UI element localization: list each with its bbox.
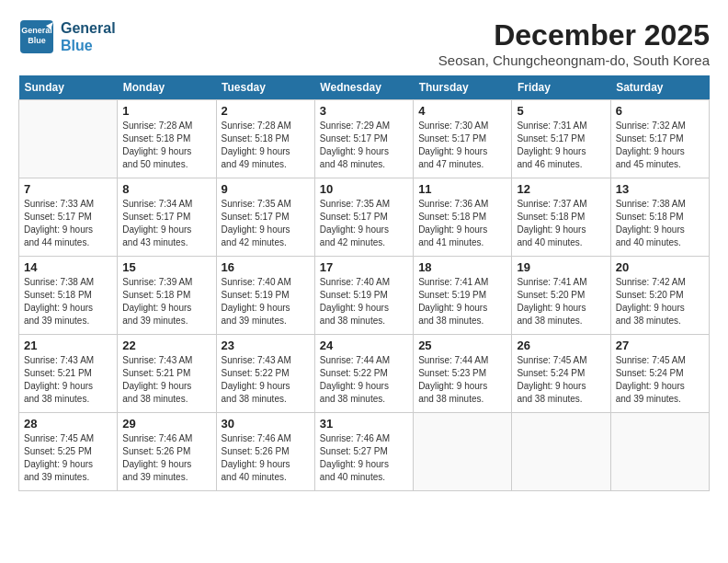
calendar-cell-w4-d5: 26Sunrise: 7:45 AM Sunset: 5:24 PM Dayli… bbox=[512, 335, 610, 413]
calendar-cell-w3-d5: 19Sunrise: 7:41 AM Sunset: 5:20 PM Dayli… bbox=[512, 257, 610, 335]
calendar-cell-w1-d3: 3Sunrise: 7:29 AM Sunset: 5:17 PM Daylig… bbox=[314, 100, 413, 178]
calendar-week-1: 1Sunrise: 7:28 AM Sunset: 5:18 PM Daylig… bbox=[19, 100, 710, 178]
day-info: Sunrise: 7:40 AM Sunset: 5:19 PM Dayligh… bbox=[320, 276, 408, 327]
calendar-cell-w4-d1: 22Sunrise: 7:43 AM Sunset: 5:21 PM Dayli… bbox=[118, 335, 216, 413]
calendar-cell-w2-d4: 11Sunrise: 7:36 AM Sunset: 5:18 PM Dayli… bbox=[414, 178, 512, 257]
calendar-cell-w3-d1: 15Sunrise: 7:39 AM Sunset: 5:18 PM Dayli… bbox=[118, 257, 216, 335]
header-monday: Monday bbox=[118, 75, 216, 100]
header-thursday: Thursday bbox=[414, 75, 512, 100]
day-info: Sunrise: 7:45 AM Sunset: 5:24 PM Dayligh… bbox=[517, 354, 605, 406]
calendar-cell-w2-d0: 7Sunrise: 7:33 AM Sunset: 5:17 PM Daylig… bbox=[19, 178, 118, 257]
day-info: Sunrise: 7:39 AM Sunset: 5:18 PM Dayligh… bbox=[122, 276, 210, 327]
day-info: Sunrise: 7:34 AM Sunset: 5:17 PM Dayligh… bbox=[122, 198, 210, 249]
day-number: 22 bbox=[122, 339, 210, 352]
day-info: Sunrise: 7:30 AM Sunset: 5:17 PM Dayligh… bbox=[418, 120, 506, 171]
day-info: Sunrise: 7:38 AM Sunset: 5:18 PM Dayligh… bbox=[24, 276, 112, 327]
day-number: 4 bbox=[418, 104, 506, 118]
calendar-cell-w2-d5: 12Sunrise: 7:37 AM Sunset: 5:18 PM Dayli… bbox=[512, 178, 610, 257]
calendar-cell-w5-d0: 28Sunrise: 7:45 AM Sunset: 5:25 PM Dayli… bbox=[19, 413, 118, 491]
day-number: 27 bbox=[616, 339, 704, 352]
day-info: Sunrise: 7:40 AM Sunset: 5:19 PM Dayligh… bbox=[222, 276, 310, 327]
day-number: 13 bbox=[616, 182, 704, 196]
day-info: Sunrise: 7:43 AM Sunset: 5:21 PM Dayligh… bbox=[122, 354, 210, 406]
calendar-week-4: 21Sunrise: 7:43 AM Sunset: 5:21 PM Dayli… bbox=[19, 335, 710, 413]
calendar-cell-w1-d4: 4Sunrise: 7:30 AM Sunset: 5:17 PM Daylig… bbox=[414, 100, 512, 178]
calendar-cell-w3-d2: 16Sunrise: 7:40 AM Sunset: 5:19 PM Dayli… bbox=[216, 257, 314, 335]
day-number: 28 bbox=[24, 417, 112, 431]
day-number: 24 bbox=[320, 339, 408, 352]
logo: General Blue General Blue bbox=[18, 18, 116, 55]
day-number: 21 bbox=[24, 339, 112, 352]
day-info: Sunrise: 7:36 AM Sunset: 5:18 PM Dayligh… bbox=[418, 198, 506, 249]
month-year-title: December 2025 bbox=[438, 18, 710, 52]
logo-line1: General bbox=[61, 19, 116, 37]
calendar-cell-w2-d1: 8Sunrise: 7:34 AM Sunset: 5:17 PM Daylig… bbox=[118, 178, 216, 257]
day-number: 16 bbox=[222, 260, 310, 274]
day-number: 3 bbox=[320, 104, 408, 118]
logo-icon: General Blue bbox=[18, 18, 55, 55]
header-tuesday: Tuesday bbox=[216, 75, 314, 100]
calendar-cell-w4-d2: 23Sunrise: 7:43 AM Sunset: 5:22 PM Dayli… bbox=[216, 335, 314, 413]
day-number: 15 bbox=[122, 260, 210, 274]
day-info: Sunrise: 7:43 AM Sunset: 5:22 PM Dayligh… bbox=[222, 354, 310, 406]
calendar-cell-w4-d6: 27Sunrise: 7:45 AM Sunset: 5:24 PM Dayli… bbox=[610, 335, 709, 413]
calendar-cell-w5-d3: 31Sunrise: 7:46 AM Sunset: 5:27 PM Dayli… bbox=[314, 413, 413, 491]
day-number: 29 bbox=[122, 417, 210, 431]
day-info: Sunrise: 7:41 AM Sunset: 5:19 PM Dayligh… bbox=[418, 276, 506, 327]
calendar-cell-w1-d0 bbox=[19, 100, 118, 178]
day-number: 11 bbox=[418, 182, 506, 196]
calendar-cell-w1-d6: 6Sunrise: 7:32 AM Sunset: 5:17 PM Daylig… bbox=[610, 100, 709, 178]
calendar-cell-w3-d6: 20Sunrise: 7:42 AM Sunset: 5:20 PM Dayli… bbox=[610, 257, 709, 335]
day-info: Sunrise: 7:41 AM Sunset: 5:20 PM Dayligh… bbox=[517, 276, 605, 327]
calendar-cell-w1-d2: 2Sunrise: 7:28 AM Sunset: 5:18 PM Daylig… bbox=[216, 100, 314, 178]
day-info: Sunrise: 7:44 AM Sunset: 5:23 PM Dayligh… bbox=[418, 354, 506, 406]
day-number: 2 bbox=[222, 104, 310, 118]
header-sunday: Sunday bbox=[19, 75, 118, 100]
day-number: 8 bbox=[122, 182, 210, 196]
day-info: Sunrise: 7:46 AM Sunset: 5:27 PM Dayligh… bbox=[320, 432, 408, 484]
day-number: 17 bbox=[320, 260, 408, 274]
calendar-cell-w5-d4 bbox=[414, 413, 512, 491]
day-info: Sunrise: 7:28 AM Sunset: 5:18 PM Dayligh… bbox=[222, 120, 310, 171]
calendar-week-2: 7Sunrise: 7:33 AM Sunset: 5:17 PM Daylig… bbox=[19, 178, 710, 257]
calendar-table: Sunday Monday Tuesday Wednesday Thursday… bbox=[18, 75, 710, 491]
svg-text:Blue: Blue bbox=[28, 36, 46, 45]
calendar-week-3: 14Sunrise: 7:38 AM Sunset: 5:18 PM Dayli… bbox=[19, 257, 710, 335]
day-info: Sunrise: 7:38 AM Sunset: 5:18 PM Dayligh… bbox=[616, 198, 704, 249]
day-info: Sunrise: 7:35 AM Sunset: 5:17 PM Dayligh… bbox=[222, 198, 310, 249]
calendar-cell-w4-d4: 25Sunrise: 7:44 AM Sunset: 5:23 PM Dayli… bbox=[414, 335, 512, 413]
day-info: Sunrise: 7:35 AM Sunset: 5:17 PM Dayligh… bbox=[320, 198, 408, 249]
day-number: 20 bbox=[616, 260, 704, 274]
calendar-cell-w2-d6: 13Sunrise: 7:38 AM Sunset: 5:18 PM Dayli… bbox=[610, 178, 709, 257]
calendar-cell-w1-d1: 1Sunrise: 7:28 AM Sunset: 5:18 PM Daylig… bbox=[118, 100, 216, 178]
day-number: 10 bbox=[320, 182, 408, 196]
day-info: Sunrise: 7:45 AM Sunset: 5:25 PM Dayligh… bbox=[24, 432, 112, 484]
day-info: Sunrise: 7:43 AM Sunset: 5:21 PM Dayligh… bbox=[24, 354, 112, 406]
day-number: 6 bbox=[616, 104, 704, 118]
calendar-cell-w5-d2: 30Sunrise: 7:46 AM Sunset: 5:26 PM Dayli… bbox=[216, 413, 314, 491]
day-info: Sunrise: 7:44 AM Sunset: 5:22 PM Dayligh… bbox=[320, 354, 408, 406]
header-saturday: Saturday bbox=[610, 75, 709, 100]
location-subtitle: Seosan, Chungcheongnam-do, South Korea bbox=[438, 52, 710, 68]
weekday-header-row: Sunday Monday Tuesday Wednesday Thursday… bbox=[19, 75, 710, 100]
day-number: 14 bbox=[24, 260, 112, 274]
day-number: 18 bbox=[418, 260, 506, 274]
page-container: General Blue General Blue December 2025 … bbox=[18, 18, 710, 491]
day-number: 9 bbox=[222, 182, 310, 196]
day-number: 12 bbox=[517, 182, 605, 196]
calendar-cell-w5-d5 bbox=[512, 413, 610, 491]
calendar-cell-w5-d1: 29Sunrise: 7:46 AM Sunset: 5:26 PM Dayli… bbox=[118, 413, 216, 491]
day-info: Sunrise: 7:31 AM Sunset: 5:17 PM Dayligh… bbox=[517, 120, 605, 171]
day-info: Sunrise: 7:37 AM Sunset: 5:18 PM Dayligh… bbox=[517, 198, 605, 249]
day-number: 31 bbox=[320, 417, 408, 431]
svg-text:General: General bbox=[21, 26, 52, 35]
calendar-cell-w3-d3: 17Sunrise: 7:40 AM Sunset: 5:19 PM Dayli… bbox=[314, 257, 413, 335]
day-info: Sunrise: 7:28 AM Sunset: 5:18 PM Dayligh… bbox=[122, 120, 210, 171]
day-number: 7 bbox=[24, 182, 112, 196]
day-number: 5 bbox=[517, 104, 605, 118]
day-number: 19 bbox=[517, 260, 605, 274]
calendar-cell-w2-d3: 10Sunrise: 7:35 AM Sunset: 5:17 PM Dayli… bbox=[314, 178, 413, 257]
calendar-cell-w3-d0: 14Sunrise: 7:38 AM Sunset: 5:18 PM Dayli… bbox=[19, 257, 118, 335]
day-number: 26 bbox=[517, 339, 605, 352]
day-info: Sunrise: 7:29 AM Sunset: 5:17 PM Dayligh… bbox=[320, 120, 408, 171]
